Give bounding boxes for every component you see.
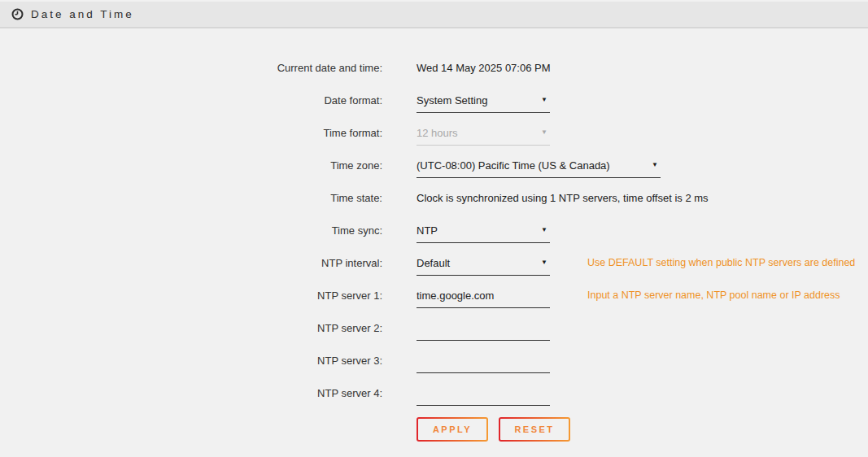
time-format-label: Time format: <box>0 127 382 139</box>
ntp-interval-hint: Use DEFAULT setting when public NTP serv… <box>587 257 855 268</box>
ntp-server-1-input[interactable] <box>417 289 550 308</box>
row-date-format: Date format: System Setting ▼ <box>0 84 868 116</box>
ntp-interval-label: NTP interval: <box>0 257 382 269</box>
current-datetime-label: Current date and time: <box>0 62 382 74</box>
row-time-zone: Time zone: (UTC-08:00) Pacific Time (US … <box>0 149 868 181</box>
ntp-server-1-label: NTP server 1: <box>0 289 382 302</box>
row-time-state: Time state: Clock is synchronized using … <box>0 181 868 214</box>
time-state-label: Time state: <box>0 192 382 204</box>
time-format-select: 12 hours ▼ <box>417 127 550 146</box>
time-state-value: Clock is synchronized using 1 NTP server… <box>417 192 709 204</box>
ntp-interval-select[interactable]: Default ▼ <box>417 257 550 276</box>
time-sync-selected-value: NTP <box>417 224 438 237</box>
ntp-server-1-hint: Input a NTP server name, NTP pool name o… <box>587 289 840 301</box>
row-ntp-server-1: NTP server 1: Input a NTP server name, N… <box>0 279 868 311</box>
row-ntp-interval: NTP interval: Default ▼ Use DEFAULT sett… <box>0 246 868 279</box>
page-title: Date and Time <box>31 8 134 20</box>
apply-button[interactable]: APPLY <box>417 417 488 442</box>
time-zone-selected-value: (UTC-08:00) Pacific Time (US & Canada) <box>417 159 610 172</box>
form-actions: APPLY RESET <box>417 417 868 442</box>
reset-button[interactable]: RESET <box>499 417 570 442</box>
ntp-server-3-input[interactable] <box>417 355 550 373</box>
time-sync-select[interactable]: NTP ▼ <box>417 224 550 243</box>
row-current-datetime: Current date and time: Wed 14 May 2025 0… <box>0 51 868 84</box>
row-ntp-server-2: NTP server 2: <box>0 311 868 344</box>
chevron-down-icon: ▼ <box>541 129 547 136</box>
time-zone-label: Time zone: <box>0 159 382 172</box>
datetime-form: Current date and time: Wed 14 May 2025 0… <box>0 28 868 442</box>
row-time-sync: Time sync: NTP ▼ <box>0 214 868 246</box>
chevron-down-icon: ▼ <box>541 97 547 103</box>
page-header: Date and Time <box>0 2 868 28</box>
time-format-selected-value: 12 hours <box>417 127 458 139</box>
ntp-interval-selected-value: Default <box>417 257 450 269</box>
date-format-label: Date format: <box>0 94 382 107</box>
ntp-server-2-input[interactable] <box>417 322 550 341</box>
ntp-server-3-label: NTP server 3: <box>0 355 382 367</box>
time-sync-label: Time sync: <box>0 224 382 237</box>
chevron-down-icon: ▼ <box>541 259 547 266</box>
clock-icon <box>11 8 24 20</box>
current-datetime-value: Wed 14 May 2025 07:06 PM <box>417 62 551 74</box>
row-ntp-server-4: NTP server 4: <box>0 376 868 409</box>
date-format-selected-value: System Setting <box>417 94 487 107</box>
date-format-select[interactable]: System Setting ▼ <box>417 94 550 113</box>
ntp-server-2-label: NTP server 2: <box>0 322 382 334</box>
row-time-format: Time format: 12 hours ▼ <box>0 116 868 149</box>
row-ntp-server-3: NTP server 3: <box>0 344 868 376</box>
chevron-down-icon: ▼ <box>541 227 547 233</box>
ntp-server-4-input[interactable] <box>417 387 550 406</box>
ntp-server-4-label: NTP server 4: <box>0 387 382 399</box>
time-zone-select[interactable]: (UTC-08:00) Pacific Time (US & Canada) ▼ <box>417 159 661 178</box>
chevron-down-icon: ▼ <box>652 162 658 168</box>
